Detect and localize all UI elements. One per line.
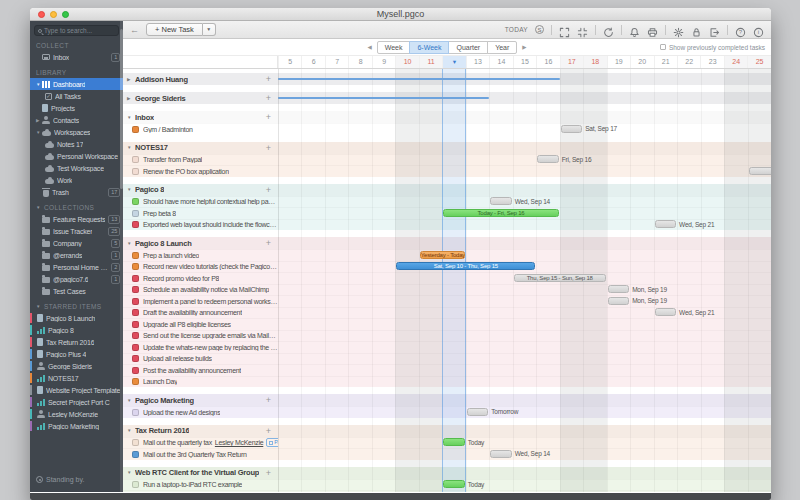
sidebar-item-feature-requests[interactable]: ▼Feature Requests13 — [30, 213, 123, 225]
new-task-button[interactable]: + New Task — [146, 23, 203, 36]
sidebar-item-dashboard[interactable]: ▼Dashboard — [30, 78, 123, 90]
show-completed-checkbox[interactable]: Show previously completed tasks — [660, 39, 765, 55]
task-row[interactable]: Update the whats-new page by replacing t… — [123, 341, 771, 353]
chevron-down-icon[interactable]: ▼ — [127, 470, 135, 475]
sidebar-item-notes17[interactable]: NOTES17 — [30, 372, 123, 384]
sidebar-item-workspaces[interactable]: ▼Workspaces — [30, 126, 123, 138]
sidebar-item-pagico-8-launch[interactable]: Pagico 8 Launch — [30, 312, 123, 324]
task-checkbox[interactable] — [132, 210, 139, 217]
project-header-row[interactable]: ▼Web RTC Client for the Virtual Group+ — [123, 467, 771, 479]
chevron-down-icon[interactable]: ▼ — [127, 115, 135, 120]
chevron-down-icon[interactable]: ▼ — [127, 241, 135, 246]
sidebar-item-secret-project-port-c[interactable]: Secret Project Port C — [30, 396, 123, 408]
project-header-row[interactable]: ▼Pagico 8+ — [123, 184, 771, 196]
task-bar[interactable]: Thu, Sep 15 - Sun, Sep 18 — [514, 274, 606, 282]
task-bar[interactable] — [655, 220, 676, 228]
task-bar[interactable] — [655, 308, 676, 316]
task-checkbox[interactable] — [132, 298, 139, 305]
zoom-window-button[interactable] — [62, 11, 69, 18]
task-row[interactable]: Upgrade all P8 eligible licenses — [123, 318, 771, 330]
sidebar-item-personal-home-stuff[interactable]: ▼Personal Home Stuff2 — [30, 261, 123, 273]
task-bar[interactable] — [561, 125, 582, 133]
contact-link[interactable]: Lesley McKenzie — [215, 439, 263, 446]
add-task-button[interactable]: + — [266, 185, 271, 195]
sidebar-item-contacts[interactable]: ▶Contacts — [30, 114, 123, 126]
task-row[interactable]: Should have more helpful contextual help… — [123, 196, 771, 208]
task-row[interactable]: Record promo video for P8 — [123, 272, 771, 284]
task-checkbox[interactable] — [132, 367, 139, 374]
add-task-button[interactable]: + — [266, 93, 271, 103]
project-header-row[interactable]: ▼Inbox+ — [123, 111, 771, 123]
export-icon[interactable] — [709, 24, 720, 35]
task-checkbox[interactable] — [132, 126, 139, 133]
task-bar[interactable] — [443, 438, 464, 446]
sidebar-item-issue-tracker[interactable]: ▼Issue Tracker25 — [30, 225, 123, 237]
sidebar-item-pagico-marketing[interactable]: Pagico Marketing — [30, 420, 123, 432]
task-checkbox[interactable] — [132, 332, 139, 339]
sidebar-item-pagico-plus-4[interactable]: Pagico Plus 4 — [30, 348, 123, 360]
project-header-row[interactable]: ▼Tax Return 2016+ — [123, 425, 771, 437]
chevron-right-icon[interactable]: ▶ — [127, 77, 135, 82]
task-row[interactable]: Renew the PO box application — [123, 165, 771, 177]
view-tab-quarter[interactable]: Quarter — [448, 41, 488, 54]
minimize-window-button[interactable] — [50, 11, 57, 18]
exit-fullscreen-icon[interactable] — [577, 24, 588, 35]
view-tab-week[interactable]: Week — [377, 41, 411, 54]
help-icon[interactable]: ? — [735, 24, 746, 35]
chevron-down-icon[interactable]: ▼ — [127, 145, 135, 150]
project-header-row[interactable]: ▼Pagico 8 Launch+ — [123, 237, 771, 249]
next-period-button[interactable]: ▶ — [517, 44, 531, 50]
sidebar-item-pagico-8[interactable]: Pagico 8 — [30, 324, 123, 336]
chevron-down-icon[interactable]: ▼ — [127, 398, 135, 403]
add-task-button[interactable]: + — [266, 468, 271, 478]
task-bar[interactable] — [443, 480, 464, 488]
task-checkbox[interactable] — [132, 221, 139, 228]
sidebar-item-all-tasks[interactable]: All Tasks — [30, 90, 123, 102]
task-row[interactable]: Convert a p2p RTC to multi-peer conversa… — [123, 490, 771, 492]
task-checkbox[interactable] — [132, 198, 139, 205]
task-checkbox[interactable] — [132, 286, 139, 293]
sidebar-item-test-workspace[interactable]: Test Workspace — [30, 162, 123, 174]
sidebar-item-website-project-template[interactable]: Website Project Template — [30, 384, 123, 396]
task-row[interactable]: Upload the new Ad designs — [123, 406, 771, 418]
task-bar[interactable] — [467, 408, 488, 416]
sidebar-item-work[interactable]: Work — [30, 174, 123, 186]
task-checkbox[interactable] — [132, 378, 139, 385]
task-checkbox[interactable] — [132, 309, 139, 316]
task-checkbox[interactable] — [132, 321, 139, 328]
settings-gear-icon[interactable] — [673, 24, 684, 35]
fullscreen-icon[interactable] — [559, 24, 570, 35]
task-bar[interactable] — [608, 285, 629, 293]
task-checkbox[interactable] — [132, 252, 139, 259]
back-button[interactable]: ← — [130, 25, 139, 35]
prev-period-button[interactable]: ◀ — [362, 44, 376, 50]
add-task-button[interactable]: + — [266, 395, 271, 405]
chevron-right-icon[interactable]: ▶ — [127, 96, 135, 101]
sidebar-item-notes-17[interactable]: Notes 17 — [30, 138, 123, 150]
task-bar[interactable]: Yesterday - Today — [420, 251, 465, 259]
add-task-button[interactable]: + — [266, 143, 271, 153]
task-checkbox[interactable] — [132, 168, 139, 175]
sidebar-item-test-cases[interactable]: ▼Test Cases — [30, 285, 123, 297]
task-checkbox[interactable] — [132, 451, 139, 458]
sidebar-item-trash[interactable]: ▼Trash17 — [30, 186, 123, 198]
sidebar-item-projects[interactable]: ▼Projects — [30, 102, 123, 114]
info-icon[interactable]: i — [753, 24, 764, 35]
sidebar-item-company[interactable]: ▼Company5 — [30, 237, 123, 249]
task-checkbox[interactable] — [132, 275, 139, 282]
add-task-button[interactable]: + — [266, 74, 271, 84]
project-header-row[interactable]: ▼Pagico Marketing+ — [123, 394, 771, 406]
task-bar[interactable] — [490, 450, 511, 458]
task-row[interactable]: Send out the license upgrade emails via … — [123, 330, 771, 342]
close-window-button[interactable] — [38, 11, 45, 18]
task-checkbox[interactable] — [132, 355, 139, 362]
task-checkbox[interactable] — [132, 263, 139, 270]
sidebar-item-tax-return-2016[interactable]: Tax Return 2016 — [30, 336, 123, 348]
sidebar-item-lesley-mckenzie[interactable]: Lesley McKenzie — [30, 408, 123, 420]
task-checkbox[interactable] — [132, 439, 139, 446]
sidebar-item-inbox[interactable]: ▼Inbox1 — [30, 51, 123, 63]
task-checkbox[interactable] — [132, 409, 139, 416]
notifications-bell-icon[interactable] — [629, 24, 640, 35]
task-bar[interactable]: Today - Fri, Sep 16 — [443, 209, 558, 217]
task-row[interactable]: Implement a panel to redeem personal wor… — [123, 295, 771, 307]
